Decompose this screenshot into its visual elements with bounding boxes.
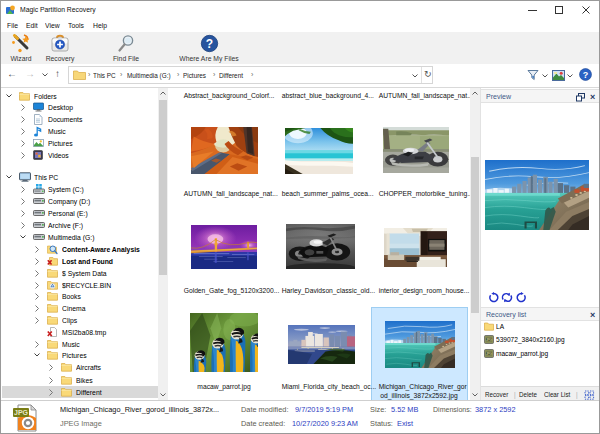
svg-text:?: ? [205, 37, 212, 51]
svg-text:JPG: JPG [14, 409, 29, 416]
svg-text:JPG: JPG [486, 338, 493, 342]
svg-text:JPG: JPG [486, 351, 493, 355]
svg-text:?: ? [583, 70, 589, 80]
